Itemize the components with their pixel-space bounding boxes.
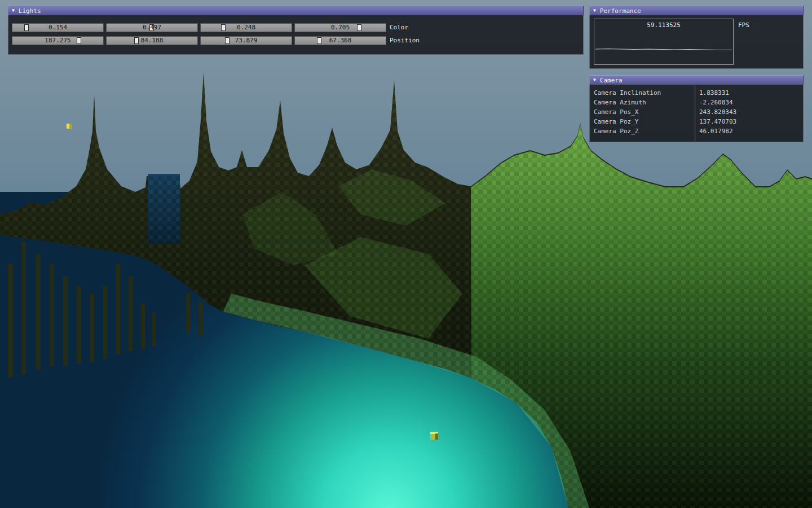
performance-panel-body: 59.113525 FPS [589, 15, 804, 69]
slider-color-3[interactable]: 0.248 [200, 23, 292, 32]
camera-row-label: Camera Inclination [590, 88, 695, 98]
performance-panel-header[interactable]: ▼ Performance [589, 6, 804, 15]
slider-value: 73.879 [201, 37, 292, 45]
slider-value: 67.368 [295, 37, 386, 45]
lights-panel: ▼ Lights 0.154 0.497 0.248 0.705 Color [8, 6, 584, 55]
camera-row: Camera Inclination 1.838331 [590, 88, 803, 98]
color-row-label: Color [390, 23, 408, 32]
slider-color-2[interactable]: 0.497 [106, 23, 198, 32]
lights-panel-header[interactable]: ▼ Lights [8, 6, 584, 15]
fps-label: FPS [738, 21, 749, 29]
slider-color-1[interactable]: 0.154 [12, 23, 104, 32]
fps-value: 59.113525 [594, 21, 733, 29]
slider-value: 187.275 [12, 37, 103, 45]
slider-value: 0.154 [12, 24, 103, 32]
collapse-icon[interactable]: ▼ [593, 78, 596, 82]
slider-value: 0.705 [295, 24, 386, 32]
panel-title: Lights [19, 7, 41, 15]
camera-row: Camera Poz_Y 137.470703 [590, 117, 803, 126]
position-row-label: Position [390, 36, 420, 45]
slider-position-2[interactable]: 84.188 [106, 36, 198, 45]
collapse-icon[interactable]: ▼ [12, 8, 15, 13]
camera-row-value[interactable]: 46.017982 [695, 126, 733, 136]
slider-value: 0.497 [107, 24, 197, 32]
camera-panel-header[interactable]: ▼ Camera [589, 75, 804, 85]
camera-row-value[interactable]: 137.470703 [695, 117, 736, 126]
camera-panel-body: Camera Inclination 1.838331 Camera Azimu… [589, 85, 804, 142]
panel-title: Performance [600, 7, 641, 15]
camera-row-label: Camera Pos_X [590, 107, 695, 117]
camera-row: Camera Azimuth -2.260834 [590, 98, 803, 107]
camera-panel: ▼ Camera Camera Inclination 1.838331 Cam… [589, 75, 804, 142]
slider-position-3[interactable]: 73.879 [200, 36, 292, 45]
lights-panel-body: 0.154 0.497 0.248 0.705 Color 187.275 [8, 15, 584, 55]
slider-position-4[interactable]: 67.368 [294, 36, 386, 45]
camera-row-label: Camera Poz_Z [590, 126, 695, 136]
performance-panel: ▼ Performance 59.113525 FPS [589, 6, 804, 69]
camera-row: Camera Poz_Z 46.017982 [590, 126, 803, 136]
camera-row-value[interactable]: -2.260834 [695, 98, 733, 107]
camera-row-label: Camera Poz_Y [590, 117, 695, 126]
light-cube-icon [430, 432, 438, 440]
light-gizmo-icon [67, 124, 72, 129]
panel-title: Camera [600, 77, 623, 84]
camera-row-label: Camera Azimuth [590, 98, 695, 107]
camera-row-value[interactable]: 243.820343 [695, 107, 736, 117]
slider-position-1[interactable]: 187.275 [12, 36, 104, 45]
fps-graph: 59.113525 [594, 19, 734, 65]
camera-row-value[interactable]: 1.838331 [695, 88, 729, 98]
collapse-icon[interactable]: ▼ [593, 8, 596, 13]
slider-value: 0.248 [201, 24, 292, 32]
app-window: ▼ Lights 0.154 0.497 0.248 0.705 Color [0, 0, 812, 508]
slider-value: 84.188 [107, 37, 197, 45]
camera-row: Camera Pos_X 243.820343 [590, 107, 803, 117]
slider-color-4[interactable]: 0.705 [294, 23, 386, 32]
